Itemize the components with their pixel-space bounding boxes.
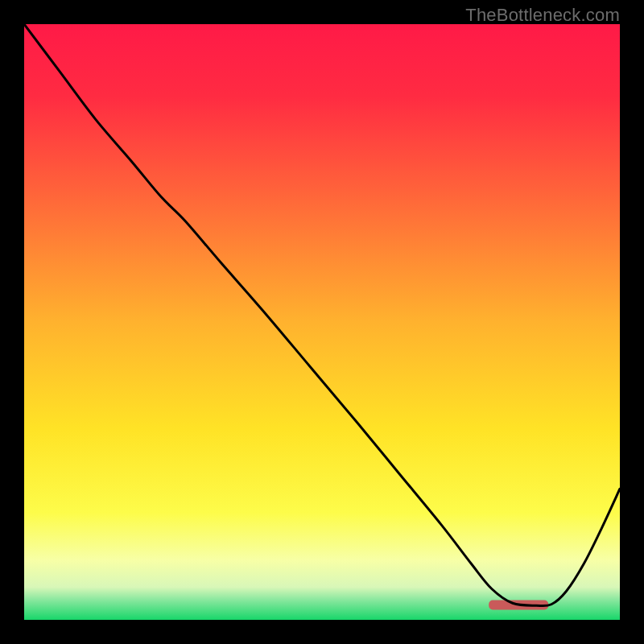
bottleneck-chart	[24, 24, 620, 620]
gradient-background	[24, 24, 620, 620]
watermark-text: TheBottleneck.com	[465, 5, 620, 26]
chart-container	[24, 24, 620, 620]
